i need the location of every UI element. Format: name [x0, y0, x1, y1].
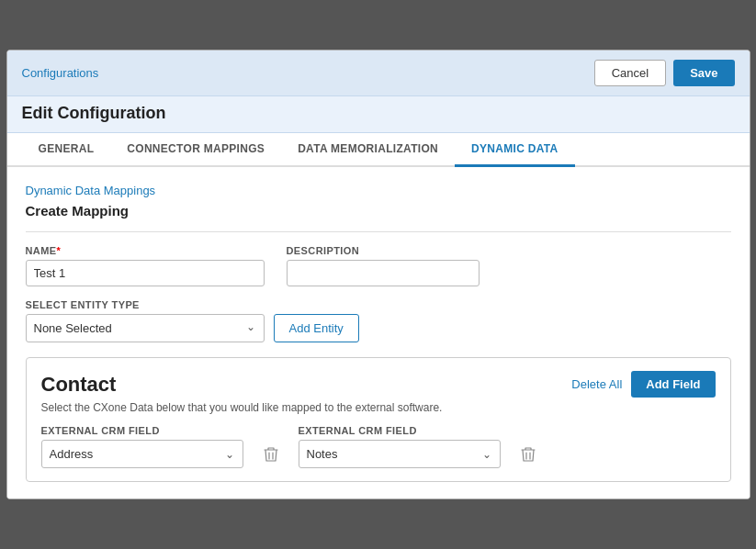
contact-title: Contact — [41, 373, 117, 397]
app-window: Configurations Cancel Save Edit Configur… — [6, 50, 750, 499]
description-group: DESCRIPTION — [287, 245, 480, 286]
trash-icon — [264, 446, 278, 463]
delete-field-button-2[interactable] — [517, 446, 539, 468]
delete-all-button[interactable]: Delete All — [571, 377, 622, 391]
crm-field-group-1: EXTERNAL CRM FIELD Address Phone Email N… — [41, 425, 243, 468]
tab-dynamic-data[interactable]: DYNAMIC DATA — [455, 133, 574, 167]
contact-description: Select the CXone Data below that you wou… — [41, 401, 716, 414]
description-label: DESCRIPTION — [287, 245, 480, 256]
trash-icon — [521, 446, 536, 463]
tabs-bar: GENERAL CONNECTOR MAPPINGS DATA MEMORIAL… — [7, 133, 750, 167]
crm-select-wrapper-2: Notes Address Phone Email ⌄ — [299, 440, 501, 468]
create-mapping-title: Create Mapping — [26, 203, 731, 218]
entity-type-select[interactable]: None Selected Contact Account Lead — [26, 314, 265, 342]
add-field-button[interactable]: Add Field — [631, 371, 715, 398]
crm-field-select-2[interactable]: Notes Address Phone Email — [299, 440, 501, 468]
contact-card-header: Contact Delete All Add Field — [41, 371, 716, 398]
name-input[interactable] — [26, 260, 265, 286]
description-input[interactable] — [287, 260, 480, 286]
add-entity-button[interactable]: Add Entity — [274, 314, 359, 342]
name-label: NAME* — [26, 245, 265, 256]
divider — [26, 231, 731, 232]
required-star: * — [57, 245, 62, 256]
dynamic-data-mappings-link[interactable]: Dynamic Data Mappings — [26, 184, 731, 197]
crm-field-select-1[interactable]: Address Phone Email Name — [41, 440, 243, 468]
entity-type-row: SELECT ENTITY TYPE None Selected Contact… — [26, 299, 731, 342]
crm-fields-row: EXTERNAL CRM FIELD Address Phone Email N… — [41, 425, 716, 468]
contact-card: Contact Delete All Add Field Select the … — [26, 357, 731, 482]
cancel-button[interactable]: Cancel — [594, 60, 666, 86]
name-description-row: NAME* DESCRIPTION — [26, 245, 731, 286]
save-button[interactable]: Save — [673, 60, 734, 86]
crm-field-label-1: EXTERNAL CRM FIELD — [41, 425, 243, 436]
page-title: Edit Configuration — [22, 104, 166, 122]
entity-type-label: SELECT ENTITY TYPE — [26, 299, 265, 310]
card-header-buttons: Delete All Add Field — [571, 371, 715, 398]
header-buttons: Cancel Save — [594, 60, 735, 86]
crm-field-group-2: EXTERNAL CRM FIELD Notes Address Phone E… — [299, 425, 501, 468]
tab-connector-mappings[interactable]: CONNECTOR MAPPINGS — [110, 133, 281, 167]
delete-field-button-1[interactable] — [260, 446, 282, 468]
breadcrumb[interactable]: Configurations — [22, 66, 99, 80]
tab-general[interactable]: GENERAL — [22, 133, 111, 167]
content-area: Dynamic Data Mappings Create Mapping NAM… — [7, 167, 750, 499]
crm-select-wrapper-1: Address Phone Email Name ⌄ — [41, 440, 243, 468]
page-title-bar: Edit Configuration — [7, 96, 750, 133]
header-bar: Configurations Cancel Save — [7, 50, 750, 96]
tab-data-memorialization[interactable]: DATA MEMORIALIZATION — [281, 133, 455, 167]
name-group: NAME* — [26, 245, 265, 286]
crm-field-label-2: EXTERNAL CRM FIELD — [299, 425, 501, 436]
entity-type-group: SELECT ENTITY TYPE None Selected Contact… — [26, 299, 265, 342]
